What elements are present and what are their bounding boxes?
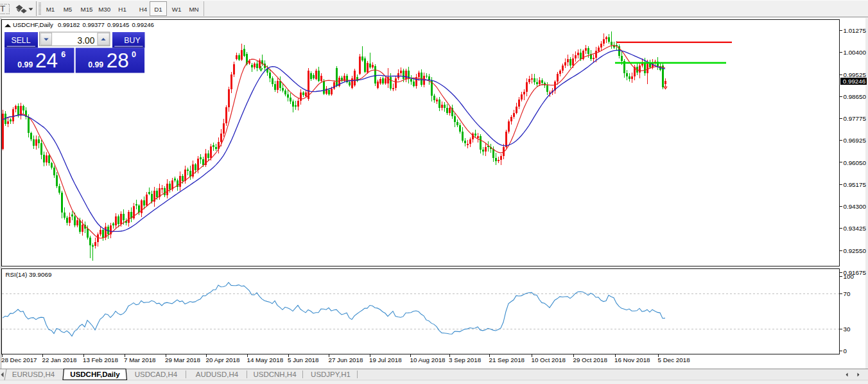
svg-text:T: T [0,4,5,13]
svg-text:0.92550: 0.92550 [844,247,867,254]
svg-text:14 May 2018: 14 May 2018 [247,356,284,363]
svg-text:1.01275: 1.01275 [844,27,867,34]
svg-text:20 Apr 2018: 20 Apr 2018 [206,356,240,363]
svg-text:USDCHF,Daily: USDCHF,Daily [70,371,120,378]
svg-text:29 Oct 2018: 29 Oct 2018 [573,356,608,363]
svg-text:AUDUSD,H4: AUDUSD,H4 [196,371,239,378]
svg-text:70: 70 [844,290,851,297]
svg-text:EURUSD,H4: EURUSD,H4 [12,371,55,378]
svg-text:10 Oct 2018: 10 Oct 2018 [532,356,566,363]
svg-text:0.96925: 0.96925 [844,137,867,144]
svg-text:USDCNH,H4: USDCNH,H4 [253,371,297,378]
svg-text:27 Jun 2018: 27 Jun 2018 [329,356,363,363]
svg-text:M5: M5 [64,6,73,13]
svg-text:M1: M1 [46,6,55,13]
svg-text:0: 0 [844,347,847,354]
svg-text:5 Jun 2018: 5 Jun 2018 [288,356,319,363]
svg-text:USDJPY,H1: USDJPY,H1 [311,371,351,378]
svg-text:3 Sep 2018: 3 Sep 2018 [449,356,482,363]
svg-text:W1: W1 [172,6,182,13]
svg-text:24: 24 [35,49,58,72]
svg-text:0.95175: 0.95175 [844,181,867,188]
svg-text:28: 28 [107,49,129,72]
svg-text:H4: H4 [139,6,148,13]
svg-text:0.98650: 0.98650 [844,93,867,100]
svg-text:M15: M15 [80,6,93,13]
svg-text:0.99182 0.99377 0.99145 0.9924: 0.99182 0.99377 0.99145 0.99246 [58,21,154,28]
svg-text:MN: MN [189,6,198,13]
svg-text:D1: D1 [154,6,162,13]
svg-text:13 Feb 2018: 13 Feb 2018 [83,356,119,363]
svg-text:29 Mar 2018: 29 Mar 2018 [165,356,201,363]
svg-text:BUY: BUY [124,36,140,45]
svg-text:100: 100 [844,273,855,280]
svg-text:0.96050: 0.96050 [844,159,867,166]
svg-text:H1: H1 [118,6,126,13]
svg-text:16 Nov 2018: 16 Nov 2018 [614,356,650,363]
svg-text:0.94300: 0.94300 [844,203,867,210]
svg-text:SELL: SELL [11,36,30,45]
svg-text:RSI(14) 39.9069: RSI(14) 39.9069 [6,271,52,278]
svg-text:M30: M30 [98,6,111,13]
svg-text:0.99: 0.99 [17,60,33,69]
svg-text:0.99: 0.99 [88,60,103,69]
svg-text:28 Dec 2017: 28 Dec 2017 [1,356,37,363]
svg-text:7 Mar 2018: 7 Mar 2018 [124,356,156,363]
svg-text:USDCHF,Daily: USDCHF,Daily [13,21,53,28]
svg-text:6: 6 [61,50,65,59]
svg-text:0.99246: 0.99246 [843,78,866,85]
svg-text:10 Aug 2018: 10 Aug 2018 [410,356,446,363]
svg-text:19 Jul 2018: 19 Jul 2018 [369,356,402,363]
svg-text:0.93425: 0.93425 [844,225,867,232]
svg-text:22 Jan 2018: 22 Jan 2018 [42,356,77,363]
svg-text:USDCAD,H4: USDCAD,H4 [135,371,178,378]
svg-text:3.00: 3.00 [78,36,95,46]
svg-text:1.00400: 1.00400 [844,49,867,56]
svg-text:0.97775: 0.97775 [844,115,867,122]
svg-text:30: 30 [844,326,851,333]
svg-text:21 Sep 2018: 21 Sep 2018 [489,356,525,363]
svg-text:5 Dec 2018: 5 Dec 2018 [658,356,691,363]
svg-text:0: 0 [132,50,136,59]
